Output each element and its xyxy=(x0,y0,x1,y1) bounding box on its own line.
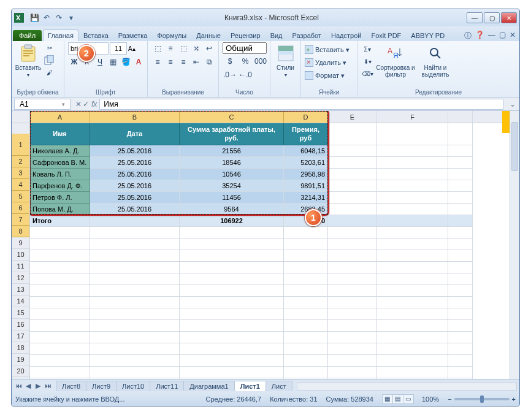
tab-nav-last-icon[interactable]: ⏭ xyxy=(44,382,52,390)
row-headers[interactable]: 1234567891011121314151617181920212223242… xyxy=(12,111,30,379)
copy-button[interactable] xyxy=(44,55,56,66)
cell-name[interactable]: Николаев А. Д. xyxy=(30,145,90,157)
sheet-tab[interactable]: Лист10 xyxy=(116,381,150,391)
cell-date[interactable]: 25.05.2016 xyxy=(90,204,180,215)
column-headers[interactable]: A B C D E F xyxy=(30,111,519,123)
tab-insert[interactable]: Вставка xyxy=(78,29,113,41)
cell-bonus[interactable]: 2958,98 xyxy=(284,169,328,180)
table-row[interactable]: Петров Ф. Л.25.05.2016114563214,31 xyxy=(30,192,519,204)
zoom-slider[interactable]: −+ xyxy=(448,395,516,403)
align-right-button[interactable]: ≡ xyxy=(177,56,189,68)
table-row[interactable]: Сафронова В. М.25.05.2016185465203,61 xyxy=(30,157,519,169)
inc-decimal-button[interactable]: .0→ xyxy=(223,69,237,81)
qat-save[interactable]: 💾 xyxy=(29,12,40,23)
align-center-button[interactable]: ≡ xyxy=(164,56,177,68)
tab-nav-prev-icon[interactable]: ◀ xyxy=(24,382,32,390)
indent-dec-button[interactable]: ⇤ xyxy=(190,56,202,68)
cell-total-salary[interactable]: 106922 xyxy=(180,215,284,227)
row-header[interactable]: 21 xyxy=(12,377,29,379)
currency-button[interactable]: $ xyxy=(223,55,237,67)
sheet-tab[interactable]: Лист9 xyxy=(86,381,117,391)
align-middle-button[interactable]: ≡ xyxy=(164,42,177,55)
horizontal-scrollbar[interactable] xyxy=(297,382,517,391)
font-size-combo[interactable] xyxy=(110,42,127,55)
styles-button[interactable]: Стили ▾ xyxy=(274,42,297,78)
doc-close-icon[interactable]: ✕ xyxy=(510,31,516,41)
tab-abbyy[interactable]: ABBYY PD xyxy=(406,29,449,41)
cell-date[interactable]: 25.05.2016 xyxy=(90,169,180,180)
tab-formulas[interactable]: Формулы xyxy=(152,29,191,41)
cell-salary[interactable]: 35254 xyxy=(180,180,284,192)
cell-bonus[interactable]: 3214,31 xyxy=(284,192,328,204)
help-icon[interactable]: ❓ xyxy=(475,31,484,41)
border-button[interactable]: ▦ xyxy=(107,56,119,68)
fx-icon[interactable]: fx xyxy=(91,100,99,109)
cell-salary[interactable]: 11456 xyxy=(180,192,284,204)
tab-file[interactable]: Файл xyxy=(13,30,42,41)
col-header-c[interactable]: C xyxy=(180,111,284,123)
row-header[interactable]: 15 xyxy=(12,307,29,319)
row-header[interactable]: 20 xyxy=(12,365,29,377)
maximize-button[interactable]: ▢ xyxy=(484,12,500,23)
tab-addins[interactable]: Надстрой xyxy=(326,29,366,41)
row-header[interactable]: 5 xyxy=(12,191,29,202)
comma-button[interactable]: 000 xyxy=(253,55,268,67)
col-header-g[interactable] xyxy=(448,111,473,123)
cell-salary[interactable]: 10546 xyxy=(180,169,284,180)
row-header[interactable]: 16 xyxy=(12,319,29,330)
row-header[interactable]: 7 xyxy=(12,214,29,226)
row-header[interactable]: 8 xyxy=(12,226,29,237)
table-row[interactable]: Парфенов Д. Ф.25.05.2016352549891,51 xyxy=(30,180,519,192)
cell-bonus[interactable]: 6048,15 xyxy=(284,145,328,157)
name-box[interactable]: A1▾ xyxy=(14,99,71,110)
cells[interactable]: Имя Дата Сумма заработной платы, руб. Пр… xyxy=(30,123,519,379)
table-row[interactable]: Попова М. Д.25.05.201695642683,45 xyxy=(30,204,519,215)
row-header[interactable]: 10 xyxy=(12,249,29,261)
close-button[interactable]: ✕ xyxy=(501,12,517,23)
row-header[interactable]: 17 xyxy=(12,330,29,342)
cell-bonus[interactable]: 9891,51 xyxy=(284,180,328,192)
percent-button[interactable]: % xyxy=(238,55,253,67)
expand-formula-icon[interactable]: ⌄ xyxy=(506,100,519,109)
table-header[interactable]: Дата xyxy=(90,123,180,145)
table-row[interactable]: Николаев А. Д.25.05.2016215566048,15 xyxy=(30,145,519,157)
table-header[interactable]: Имя xyxy=(30,123,90,145)
tab-layout[interactable]: Разметка xyxy=(113,29,153,41)
cell-name[interactable]: Попова М. Д. xyxy=(30,204,90,215)
align-bottom-button[interactable]: ⬚ xyxy=(177,42,189,55)
wrap-text-button[interactable]: ↩ xyxy=(203,42,215,55)
tab-nav-first-icon[interactable]: ⏮ xyxy=(14,382,23,390)
row-header[interactable]: 14 xyxy=(12,296,29,307)
select-all-corner[interactable] xyxy=(12,111,30,123)
tab-view[interactable]: Вид xyxy=(266,29,288,41)
align-left-button[interactable]: ≡ xyxy=(151,56,164,68)
view-buttons[interactable]: ▦▤▭ xyxy=(382,394,413,404)
zoom-level[interactable]: 100% xyxy=(422,395,439,403)
cell-total-label[interactable]: Итого xyxy=(30,215,90,227)
tab-dev[interactable]: Разработ xyxy=(288,29,326,41)
sheet-tab[interactable]: Лист1 xyxy=(234,381,266,391)
sheet-tab[interactable]: Лист11 xyxy=(150,381,184,391)
tab-data[interactable]: Данные xyxy=(191,29,226,41)
table-header[interactable]: Премия, руб xyxy=(284,123,328,145)
number-format-combo[interactable] xyxy=(223,42,267,54)
find-select-button[interactable]: Найти и выделить xyxy=(418,42,453,78)
underline-button[interactable]: Ч xyxy=(94,56,106,68)
dec-decimal-button[interactable]: ←.0 xyxy=(238,69,253,81)
cell-date[interactable]: 25.05.2016 xyxy=(90,145,180,157)
row-header[interactable]: 11 xyxy=(12,261,29,272)
row-header[interactable]: 9 xyxy=(12,237,29,249)
orientation-button[interactable]: ⤭ xyxy=(190,42,202,55)
cell-date[interactable]: 25.05.2016 xyxy=(90,157,180,169)
ribbon-minimize-icon[interactable]: ⓘ xyxy=(464,31,472,41)
table-row[interactable]: Коваль Л. П.25.05.2016105462958,98 xyxy=(30,169,519,180)
cell-name[interactable]: Петров Ф. Л. xyxy=(30,192,90,204)
cell-bonus[interactable]: 5203,61 xyxy=(284,157,328,169)
row-header[interactable]: 19 xyxy=(12,354,29,365)
cell-name[interactable]: Парфенов Д. Ф. xyxy=(30,180,90,192)
sheet-tab[interactable]: Диаграмма1 xyxy=(183,381,234,391)
table-header[interactable]: Сумма заработной платы, руб. xyxy=(180,123,284,145)
row-header[interactable]: 18 xyxy=(12,342,29,354)
cell-salary[interactable]: 21556 xyxy=(180,145,284,157)
font-color-button[interactable]: A xyxy=(132,56,145,68)
